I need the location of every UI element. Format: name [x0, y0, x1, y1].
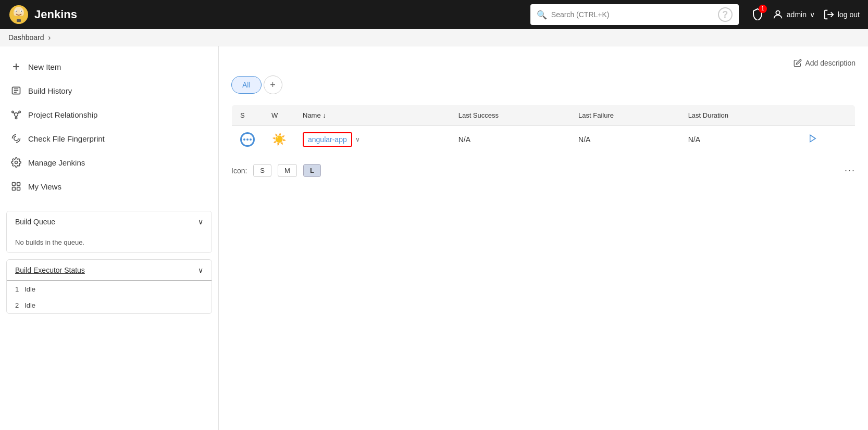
- sidebar-item-manage-jenkins[interactable]: Manage Jenkins: [0, 150, 218, 174]
- sidebar-item-fingerprint[interactable]: Check File Fingerprint: [0, 127, 218, 150]
- svg-point-17: [19, 111, 20, 112]
- executor-2-status: Idle: [24, 301, 35, 309]
- user-label: admin: [787, 10, 807, 19]
- build-executor-header[interactable]: Build Executor Status ∨: [7, 260, 212, 281]
- icon-size-l-button[interactable]: L: [303, 164, 321, 177]
- executor-1-number: 1: [15, 285, 19, 293]
- weather-icon: ☀️: [272, 133, 286, 146]
- job-weather-cell: ☀️: [263, 126, 294, 154]
- plus-icon: [10, 61, 22, 72]
- svg-rect-24: [17, 183, 20, 186]
- user-chevron-icon: ∨: [810, 10, 815, 19]
- build-executor-chevron: ∨: [198, 266, 203, 274]
- status-dot-2: [246, 138, 249, 141]
- help-icon[interactable]: ?: [718, 7, 733, 22]
- job-name-container: angular-app ∨: [303, 132, 442, 147]
- icon-size-bar: Icon: S M L ···: [231, 164, 855, 177]
- logo-link[interactable]: Jenkins: [8, 4, 77, 25]
- sidebar-item-new-item-label: New Item: [28, 62, 61, 71]
- breadcrumb: Dashboard ›: [0, 29, 868, 46]
- sidebar-item-my-views-label: My Views: [28, 182, 61, 191]
- icon-size-s-button[interactable]: S: [253, 164, 271, 177]
- executor-1-status: Idle: [24, 285, 35, 293]
- sidebar-item-project-label: Project Relationship: [28, 110, 97, 119]
- edit-icon: [793, 59, 802, 67]
- job-name-cell: angular-app ∨: [294, 126, 450, 154]
- views-icon: [10, 181, 22, 192]
- sidebar-item-build-history[interactable]: Build History: [0, 79, 218, 103]
- job-run-cell: [800, 126, 855, 154]
- fingerprint-icon: [10, 133, 22, 144]
- logout-icon: [823, 9, 835, 20]
- job-status-cell: [232, 126, 264, 154]
- svg-point-15: [15, 113, 18, 117]
- jenkins-logo-icon: [8, 4, 29, 25]
- sidebar-item-my-views[interactable]: My Views: [0, 174, 218, 198]
- svg-point-22: [15, 161, 18, 164]
- col-header-last-failure: Last Failure: [570, 105, 680, 126]
- col-header-s: S: [232, 105, 264, 126]
- more-options-button[interactable]: ···: [845, 165, 855, 176]
- sidebar-item-build-history-label: Build History: [28, 86, 72, 95]
- header-right: 1 admin ∨ log out: [751, 8, 860, 22]
- jobs-table-header: S W Name ↓ Last Success Last Failure Las…: [232, 105, 855, 126]
- breadcrumb-separator: ›: [48, 33, 51, 42]
- job-run-button[interactable]: [808, 134, 817, 146]
- svg-rect-25: [13, 187, 16, 191]
- sidebar-item-manage-label: Manage Jenkins: [28, 158, 85, 167]
- sidebar-item-fingerprint-label: Check File Fingerprint: [28, 134, 105, 143]
- col-header-last-duration: Last Duration: [680, 105, 800, 126]
- sidebar: New Item Build History: [0, 46, 219, 430]
- page-layout: New Item Build History: [0, 46, 868, 430]
- build-queue-body: No builds in the queue.: [7, 232, 212, 252]
- svg-point-18: [15, 117, 17, 119]
- notifications-button[interactable]: 1: [751, 8, 764, 22]
- add-description-button[interactable]: Add description: [793, 59, 855, 67]
- svg-marker-27: [810, 135, 816, 142]
- jobs-table-body: ☀️ angular-app ∨ N/A N/A N/A: [232, 126, 855, 154]
- notifications-badge: 1: [759, 5, 767, 13]
- col-header-name[interactable]: Name ↓: [294, 105, 450, 126]
- logo-text: Jenkins: [34, 8, 77, 21]
- icon-size-label: Icon:: [231, 167, 247, 175]
- build-queue-chevron: ∨: [198, 218, 203, 226]
- job-name-chevron-icon[interactable]: ∨: [355, 136, 360, 143]
- play-icon: [808, 134, 817, 143]
- search-input[interactable]: [551, 10, 714, 19]
- jobs-table-header-row: S W Name ↓ Last Success Last Failure Las…: [232, 105, 855, 126]
- job-name-link[interactable]: angular-app: [303, 132, 352, 147]
- tab-all[interactable]: All: [231, 76, 262, 94]
- executor-item-2: 2 Idle: [7, 297, 212, 313]
- status-dot-1: [243, 138, 245, 141]
- jobs-table: S W Name ↓ Last Success Last Failure Las…: [231, 105, 855, 154]
- executor-item-1: 1 Idle: [7, 281, 212, 297]
- executor-2-number: 2: [15, 301, 19, 309]
- build-queue-empty: No builds in the queue.: [15, 238, 84, 246]
- logout-button[interactable]: log out: [823, 9, 860, 20]
- svg-line-19: [14, 112, 15, 113]
- breadcrumb-home[interactable]: Dashboard: [8, 33, 44, 42]
- sidebar-item-project-relationship[interactable]: Project Relationship: [0, 103, 218, 127]
- svg-rect-6: [17, 19, 21, 22]
- search-bar: 🔍 ?: [530, 4, 739, 25]
- job-last-duration: N/A: [680, 126, 800, 154]
- icon-size-m-button[interactable]: M: [278, 164, 297, 177]
- table-row: ☀️ angular-app ∨ N/A N/A N/A: [232, 126, 855, 154]
- svg-point-16: [12, 111, 14, 112]
- svg-rect-26: [17, 187, 20, 191]
- sidebar-item-new-item[interactable]: New Item: [0, 55, 218, 79]
- col-header-actions: [800, 105, 855, 126]
- build-queue-header[interactable]: Build Queue ∨: [7, 211, 212, 232]
- svg-line-20: [18, 112, 19, 113]
- search-icon: 🔍: [537, 10, 547, 20]
- sidebar-nav: New Item Build History: [0, 46, 218, 207]
- project-icon: [10, 109, 22, 120]
- svg-point-7: [776, 11, 779, 15]
- col-header-w: W: [263, 105, 294, 126]
- svg-point-5: [21, 11, 22, 12]
- tabs-bar: All +: [231, 75, 855, 94]
- tab-add-button[interactable]: +: [264, 75, 282, 94]
- user-menu[interactable]: admin ∨: [772, 9, 815, 20]
- svg-rect-23: [13, 183, 16, 186]
- main-content: Add description All + S W Name ↓ Last Su…: [219, 46, 868, 430]
